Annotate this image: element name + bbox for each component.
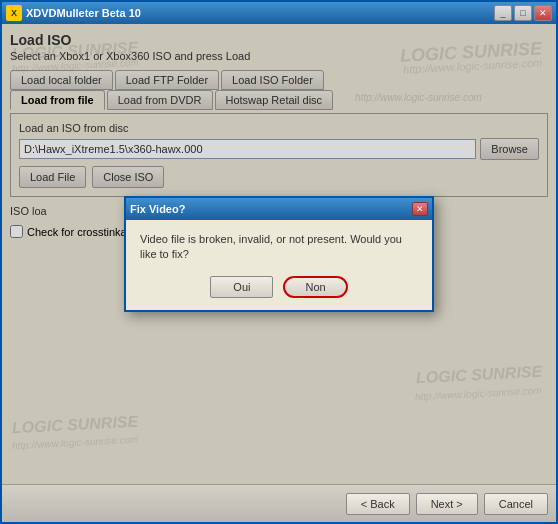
dialog-overlay: Fix Video? ✕ Video file is broken, inval… <box>2 24 556 484</box>
dialog-buttons: Oui Non <box>140 276 418 298</box>
dialog-title: Fix Video? <box>130 203 408 215</box>
maximize-button[interactable]: □ <box>514 5 532 21</box>
close-button[interactable]: ✕ <box>534 5 552 21</box>
non-button[interactable]: Non <box>283 276 347 298</box>
dialog-body: Video file is broken, invalid, or not pr… <box>126 220 432 311</box>
main-content: LOGIC SUNRISE http://www.logic-sunrise.c… <box>2 24 556 484</box>
bottom-bar: < Back Next > Cancel <box>2 484 556 522</box>
dialog-title-bar: Fix Video? ✕ <box>126 198 432 220</box>
window-controls: _ □ ✕ <box>494 5 552 21</box>
cancel-button[interactable]: Cancel <box>484 493 548 515</box>
next-button[interactable]: Next > <box>416 493 478 515</box>
window-title: XDVDMulleter Beta 10 <box>26 7 490 19</box>
main-window: X XDVDMulleter Beta 10 _ □ ✕ LOGIC SUNRI… <box>0 0 558 524</box>
oui-button[interactable]: Oui <box>210 276 273 298</box>
dialog-close-button[interactable]: ✕ <box>412 202 428 216</box>
back-button[interactable]: < Back <box>346 493 410 515</box>
title-bar: X XDVDMulleter Beta 10 _ □ ✕ <box>2 2 556 24</box>
fix-video-dialog: Fix Video? ✕ Video file is broken, inval… <box>124 196 434 313</box>
minimize-button[interactable]: _ <box>494 5 512 21</box>
dialog-message: Video file is broken, invalid, or not pr… <box>140 232 418 263</box>
app-icon: X <box>6 5 22 21</box>
